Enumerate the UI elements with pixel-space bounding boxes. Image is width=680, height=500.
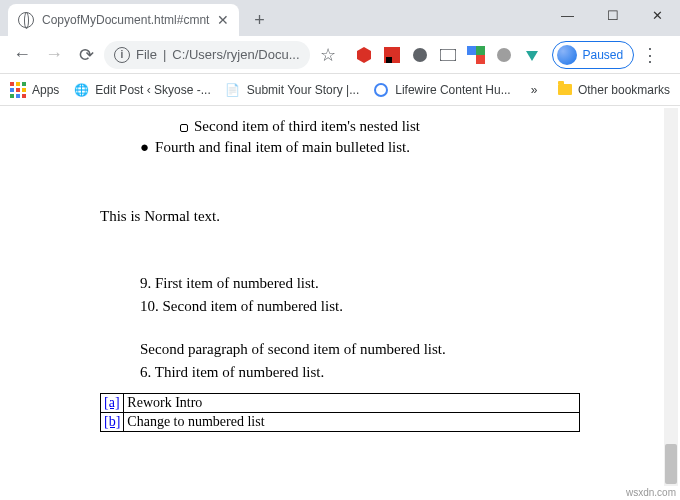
extension-icon-5[interactable] (494, 45, 514, 65)
svg-rect-6 (476, 46, 485, 55)
list-item: 6. Third item of numbered list. (140, 364, 680, 381)
svg-marker-0 (357, 47, 371, 63)
svg-rect-2 (386, 57, 392, 63)
globe-icon: 🌐 (73, 82, 89, 98)
profile-paused[interactable]: Paused (552, 41, 635, 69)
table-row: [b] Change to numbered list (101, 413, 580, 432)
bookmark-label: Lifewire Content Hu... (395, 83, 510, 97)
svg-point-8 (497, 48, 511, 62)
bullet-icon: ● (140, 139, 149, 155)
address-prefix: File (136, 47, 157, 62)
paragraph: Second paragraph of second item of numbe… (140, 341, 680, 358)
list-item: 9. First item of numbered list. (140, 275, 680, 292)
back-button[interactable]: ← (8, 41, 36, 69)
extensions-row (354, 45, 542, 65)
new-tab-button[interactable]: + (245, 6, 273, 34)
close-window-button[interactable]: ✕ (635, 0, 680, 30)
address-path: C:/Users/ryjen/Docu... (172, 47, 299, 62)
svg-point-9 (375, 84, 387, 96)
table-row: [a] Rework Intro (101, 394, 580, 413)
extension-icon-4[interactable] (466, 45, 486, 65)
address-bar[interactable]: i File | C:/Users/ryjen/Docu... (104, 41, 310, 69)
bookmark-item-1[interactable]: 📄 Submit Your Story |... (225, 82, 360, 98)
comment-ref[interactable]: [a] (101, 394, 124, 413)
list-item: Second item of third item's nested list (0, 116, 680, 137)
bookmark-item-2[interactable]: Lifewire Content Hu... (373, 82, 510, 98)
extension-icon-1[interactable] (382, 45, 402, 65)
svg-rect-5 (467, 46, 476, 55)
comment-text: Rework Intro (124, 394, 580, 413)
bookmark-label: Submit Your Story |... (247, 83, 360, 97)
avatar-icon (557, 45, 577, 65)
close-tab-icon[interactable]: ✕ (217, 12, 229, 28)
forward-button[interactable]: → (40, 41, 68, 69)
globe-icon (18, 12, 34, 28)
browser-tab[interactable]: CopyofMyDocument.html#cmnt ✕ (8, 4, 239, 36)
titlebar: CopyofMyDocument.html#cmnt ✕ + — ☐ ✕ (0, 0, 680, 36)
bookmark-item-0[interactable]: 🌐 Edit Post ‹ Skyose -... (73, 82, 210, 98)
document-viewport[interactable]: Second item of third item's nested list … (0, 106, 680, 500)
list-item: 10. Second item of numbered list. (140, 298, 680, 315)
comment-text: Change to numbered list (124, 413, 580, 432)
comments-table: [a] Rework Intro [b] Change to numbered … (100, 393, 580, 432)
extension-icon-3[interactable] (438, 45, 458, 65)
comment-ref[interactable]: [b] (101, 413, 124, 432)
paragraph: This is Normal text. (0, 208, 680, 225)
apps-label: Apps (32, 83, 59, 97)
scrollbar[interactable] (664, 108, 678, 486)
list-item: ●Fourth and final item of main bulleted … (0, 137, 680, 158)
page-icon: 📄 (225, 82, 241, 98)
svg-rect-4 (440, 49, 456, 61)
folder-icon (558, 84, 572, 95)
adblock-icon[interactable] (354, 45, 374, 65)
menu-button[interactable]: ⋮ (638, 44, 662, 66)
other-bookmarks-label: Other bookmarks (578, 83, 670, 97)
address-divider: | (163, 47, 166, 62)
info-icon[interactable]: i (114, 47, 130, 63)
window-controls: — ☐ ✕ (545, 0, 680, 30)
minimize-button[interactable]: — (545, 0, 590, 30)
list-text: Second item of third item's nested list (194, 118, 420, 134)
svg-rect-7 (476, 55, 485, 64)
bookmarks-bar: Apps 🌐 Edit Post ‹ Skyose -... 📄 Submit … (0, 74, 680, 106)
watermark: wsxdn.com (626, 487, 676, 498)
star-icon[interactable]: ☆ (314, 41, 342, 69)
maximize-button[interactable]: ☐ (590, 0, 635, 30)
google-icon (373, 82, 389, 98)
bookmarks-overflow[interactable]: » (531, 83, 538, 97)
extension-icon-6[interactable] (522, 45, 542, 65)
tab-title: CopyofMyDocument.html#cmnt (42, 13, 209, 27)
scrollbar-thumb[interactable] (665, 444, 677, 484)
bullet-icon (180, 124, 188, 132)
reload-button[interactable]: ⟳ (72, 41, 100, 69)
svg-point-3 (413, 48, 427, 62)
extension-icon-2[interactable] (410, 45, 430, 65)
apps-icon (10, 82, 26, 98)
list-text: Fourth and final item of main bulleted l… (155, 139, 410, 155)
toolbar: ← → ⟳ i File | C:/Users/ryjen/Docu... ☆ … (0, 36, 680, 74)
apps-button[interactable]: Apps (10, 82, 59, 98)
other-bookmarks[interactable]: Other bookmarks (558, 83, 670, 97)
bookmark-label: Edit Post ‹ Skyose -... (95, 83, 210, 97)
paused-label: Paused (583, 48, 624, 62)
numbered-list: 9. First item of numbered list. 10. Seco… (0, 275, 680, 381)
